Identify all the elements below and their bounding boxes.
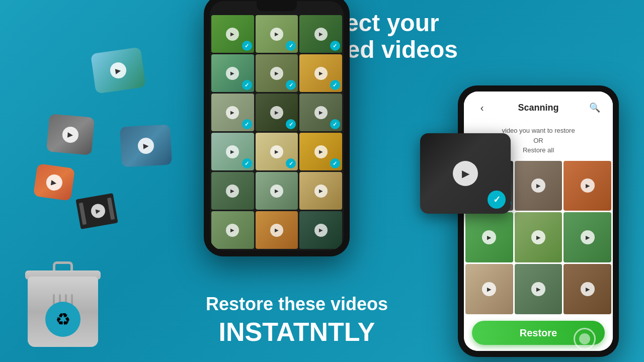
play-icon: ▶	[531, 282, 545, 296]
play-icon: ▶	[226, 185, 239, 198]
play-icon: ▶	[581, 282, 595, 296]
center-phone: ▶ ✓ ▶ ✓ ▶ ✓ ▶ ✓ ▶ ✓ ▶ ✓	[196, 0, 357, 261]
play-icon: ▶	[270, 145, 283, 158]
video-thumbnail[interactable]: ▶	[211, 172, 254, 210]
play-icon: ▶	[270, 28, 283, 41]
prompt-line2: OR	[533, 137, 543, 144]
play-icon: ▶	[270, 106, 283, 119]
play-icon: ▶	[270, 224, 283, 237]
check-mark: ✓	[286, 119, 296, 129]
play-icon: ▶	[453, 161, 478, 186]
touch-icon	[574, 328, 599, 353]
check-mark: ✓	[488, 191, 506, 209]
floating-video-4: ▶	[33, 163, 75, 201]
right-phone-screen: ‹ Scanning 🔍 video you want to restore O…	[464, 92, 613, 351]
back-button[interactable]: ‹	[474, 100, 490, 116]
play-icon: ▶	[482, 282, 496, 296]
check-mark: ✓	[330, 158, 340, 168]
trash-bin: ♻	[25, 261, 101, 347]
video-thumbnail[interactable]: ▶ ✓	[211, 54, 254, 92]
play-icon: ▶	[45, 173, 63, 191]
video-thumbnail[interactable]: ▶	[299, 211, 342, 249]
play-icon: ▶	[226, 28, 239, 41]
center-phone-frame: ▶ ✓ ▶ ✓ ▶ ✓ ▶ ✓ ▶ ✓ ▶ ✓	[204, 0, 350, 256]
play-icon: ▶	[482, 230, 496, 244]
check-mark: ✓	[286, 41, 296, 51]
play-icon: ▶	[270, 67, 283, 80]
check-mark: ✓	[286, 158, 296, 168]
play-icon: ▶	[581, 178, 595, 193]
check-mark: ✓	[242, 41, 252, 51]
right-phone: ‹ Scanning 🔍 video you want to restore O…	[458, 85, 629, 362]
film-strip-icon: ▶	[75, 193, 118, 229]
play-icon: ▶	[226, 106, 239, 119]
right-video-thumbnail[interactable]: ▶	[465, 264, 513, 314]
play-icon: ▶	[270, 185, 283, 198]
video-thumbnail[interactable]: ▶	[299, 172, 342, 210]
check-mark: ✓	[242, 158, 252, 168]
video-thumbnail[interactable]: ▶	[256, 172, 298, 210]
trash-body: ♻	[28, 277, 98, 347]
play-icon: ▶	[531, 178, 545, 193]
phone-notch	[257, 1, 297, 11]
prompt-line3: Restore all	[523, 146, 554, 154]
right-video-thumbnail[interactable]: ▶	[515, 161, 562, 211]
play-icon: ▶	[137, 137, 154, 154]
play-icon: ▶	[226, 224, 239, 237]
floating-video-2: ▶	[46, 114, 95, 155]
bottom-text: Restore these videos INSTATNTLY	[166, 294, 428, 347]
center-phone-screen: ▶ ✓ ▶ ✓ ▶ ✓ ▶ ✓ ▶ ✓ ▶ ✓	[210, 1, 344, 250]
play-icon: ▶	[581, 230, 595, 244]
video-thumbnail[interactable]: ▶ ✓	[211, 15, 254, 53]
restore-headline-1: Restore these videos	[166, 294, 428, 315]
video-thumbnail[interactable]: ▶ ✓	[299, 15, 342, 53]
video-thumbnail[interactable]: ▶	[211, 211, 254, 249]
play-icon: ▶	[314, 28, 328, 41]
play-icon: ▶	[109, 61, 127, 79]
video-thumbnail[interactable]: ▶	[256, 211, 298, 249]
video-thumbnail[interactable]: ▶ ✓	[256, 133, 298, 170]
phone-header: ‹ Scanning 🔍	[464, 92, 613, 122]
check-mark: ✓	[286, 80, 296, 90]
video-thumbnail[interactable]: ▶ ✓	[299, 133, 342, 170]
restore-headline-2: INSTATNTLY	[166, 317, 428, 347]
play-icon: ▶	[314, 185, 328, 198]
play-icon: ▶	[226, 145, 239, 158]
right-phone-frame: ‹ Scanning 🔍 video you want to restore O…	[458, 85, 619, 357]
recycle-icon: ♻	[45, 302, 80, 337]
play-icon: ▶	[314, 224, 328, 237]
play-icon: ▶	[314, 106, 328, 119]
check-mark: ✓	[330, 41, 340, 51]
video-thumbnail[interactable]: ▶ ✓	[299, 94, 342, 131]
check-mark: ✓	[330, 119, 340, 129]
play-icon: ▶	[314, 67, 328, 80]
video-thumbnail[interactable]: ▶ ✓	[211, 133, 254, 170]
floating-video-3: ▶	[120, 124, 172, 167]
right-video-thumbnail[interactable]: ▶	[564, 161, 611, 211]
play-icon: ▶	[62, 126, 79, 143]
right-video-thumbnail[interactable]: ▶	[564, 264, 611, 314]
floating-car-video: ▶ ✓	[420, 133, 511, 214]
check-mark: ✓	[330, 80, 340, 90]
right-video-thumbnail[interactable]: ▶	[564, 212, 611, 262]
trash-bin-container: ♻	[13, 236, 113, 347]
video-thumbnail[interactable]: ▶ ✓	[256, 54, 298, 92]
touch-circle	[574, 328, 596, 350]
prompt-line1: video you want to restore	[502, 127, 575, 134]
play-icon: ▶	[90, 203, 106, 219]
right-video-thumbnail[interactable]: ▶	[515, 212, 562, 262]
right-video-thumbnail[interactable]: ▶	[515, 264, 562, 314]
touch-inner	[579, 333, 590, 344]
search-button[interactable]: 🔍	[587, 100, 603, 116]
video-thumbnail[interactable]: ▶ ✓	[299, 54, 342, 92]
play-icon: ▶	[226, 67, 239, 80]
right-video-thumbnail[interactable]: ▶	[465, 212, 513, 262]
scanning-title: Scanning	[518, 103, 558, 113]
video-thumbnail[interactable]: ▶ ✓	[211, 94, 254, 131]
video-thumbnail[interactable]: ▶ ✓	[256, 15, 298, 53]
video-thumbnail[interactable]: ▶ ✓	[256, 94, 298, 131]
floating-video-1: ▶	[91, 47, 146, 94]
check-mark: ✓	[242, 119, 252, 129]
play-icon: ▶	[531, 230, 545, 244]
play-icon: ▶	[314, 145, 328, 158]
